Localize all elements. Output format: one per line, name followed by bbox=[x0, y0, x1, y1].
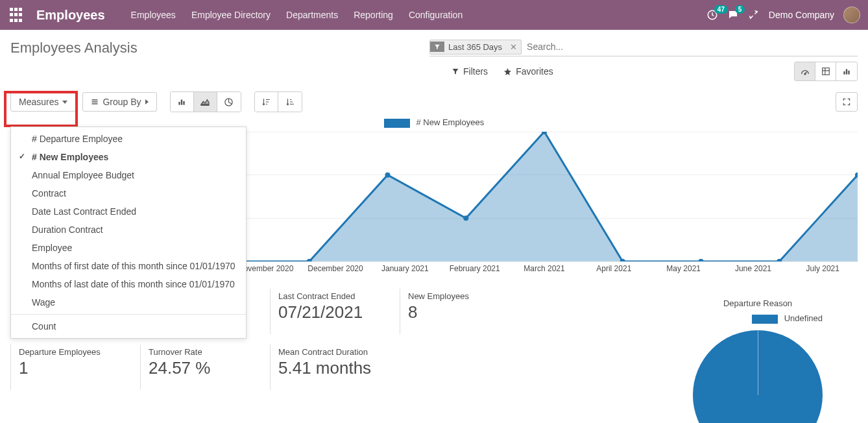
measure-item-annual-budget[interactable]: Annual Employee Budget bbox=[11, 166, 246, 184]
bar-chart-icon bbox=[842, 67, 851, 76]
svg-rect-6 bbox=[178, 102, 180, 105]
measure-item-new-employees[interactable]: # New Employees bbox=[11, 148, 246, 166]
favorites-label: Favorites bbox=[516, 66, 553, 77]
groupby-button[interactable]: Group By bbox=[82, 92, 156, 112]
bar-chart-button[interactable] bbox=[171, 92, 194, 112]
search-input[interactable] bbox=[522, 39, 858, 54]
pie-legend-swatch bbox=[752, 315, 778, 324]
dropdown-separator bbox=[11, 314, 246, 315]
svg-point-12 bbox=[385, 172, 390, 177]
measure-item-wage[interactable]: Wage bbox=[11, 293, 246, 311]
activity-button[interactable]: 47 bbox=[706, 9, 718, 21]
svg-rect-2 bbox=[822, 68, 829, 75]
sort-desc-button[interactable] bbox=[255, 92, 278, 112]
x-label: June 2021 bbox=[718, 264, 788, 273]
filters-button[interactable]: Filters bbox=[452, 66, 488, 77]
graph-toolbar: Measures Group By bbox=[0, 86, 868, 117]
measure-item-date-last-contract[interactable]: Date Last Contract Ended bbox=[11, 202, 246, 221]
measure-item-count[interactable]: Count bbox=[11, 317, 246, 335]
search-area: Last 365 Days ✕ bbox=[429, 39, 858, 56]
nav-reporting[interactable]: Reporting bbox=[354, 10, 393, 20]
pie-container: Departure Reason Undefined bbox=[667, 298, 849, 423]
view-dashboard-button[interactable] bbox=[795, 62, 815, 80]
subheader: Employees Analysis Last 365 Days ✕ bbox=[0, 30, 868, 56]
svg-rect-7 bbox=[181, 100, 182, 105]
stat-card: Turnover Rate 24.57 % bbox=[140, 344, 270, 390]
svg-rect-4 bbox=[846, 69, 847, 75]
line-chart-button[interactable] bbox=[194, 92, 217, 112]
view-switcher bbox=[794, 62, 858, 81]
svg-point-13 bbox=[463, 215, 468, 221]
view-pivot-button[interactable] bbox=[815, 62, 836, 80]
nav-items: Employees Employee Directory Departments… bbox=[131, 10, 463, 20]
expand-icon bbox=[842, 97, 851, 106]
chart-type-group bbox=[170, 91, 241, 112]
x-label: April 2021 bbox=[579, 264, 649, 273]
stat-value: 5.41 months bbox=[278, 358, 411, 378]
stat-label: Last Contract Ended bbox=[278, 291, 385, 301]
stat-value: 8 bbox=[408, 302, 515, 322]
apps-icon[interactable] bbox=[8, 7, 23, 23]
x-label: May 2021 bbox=[649, 264, 718, 273]
measure-item-contract[interactable]: Contract bbox=[11, 184, 246, 202]
nav-employee-directory[interactable]: Employee Directory bbox=[191, 10, 271, 20]
measure-item-months-first[interactable]: Months of first date of this month since… bbox=[11, 257, 246, 275]
activity-badge: 47 bbox=[714, 5, 728, 14]
page-title: Employees Analysis bbox=[10, 40, 138, 56]
stat-value: 1 bbox=[19, 358, 126, 378]
company-name[interactable]: Demo Company bbox=[769, 10, 834, 20]
filter-chip[interactable]: Last 365 Days ✕ bbox=[429, 40, 522, 54]
stat-label: Mean Contract Duration bbox=[278, 347, 411, 357]
view-graph-button[interactable] bbox=[836, 62, 857, 80]
settings-icon[interactable] bbox=[748, 9, 760, 21]
messages-button[interactable]: 5 bbox=[727, 9, 739, 21]
x-label: February 2021 bbox=[440, 264, 509, 273]
app-brand: Employees bbox=[36, 8, 105, 23]
funnel-icon bbox=[430, 42, 444, 52]
sort-group bbox=[254, 91, 302, 112]
bar-chart-icon bbox=[176, 97, 187, 106]
pie-chart-button[interactable] bbox=[217, 92, 241, 112]
nav-departments[interactable]: Departments bbox=[286, 10, 338, 20]
measures-dropdown: # Departure Employee # New Employees Ann… bbox=[10, 127, 247, 339]
pie-chart bbox=[693, 330, 823, 423]
avatar[interactable] bbox=[843, 6, 860, 23]
gauge-icon bbox=[800, 66, 810, 77]
nav-configuration[interactable]: Configuration bbox=[409, 10, 463, 20]
measures-label: Measures bbox=[19, 97, 58, 107]
top-navbar: Employees Employees Employee Directory D… bbox=[0, 0, 868, 30]
stat-card: Mean Contract Duration 5.41 months bbox=[270, 344, 426, 390]
favorites-button[interactable]: Favorites bbox=[503, 66, 553, 77]
caret-down-icon bbox=[62, 101, 67, 104]
x-label: January 2021 bbox=[370, 264, 440, 273]
stat-value: 24.57 % bbox=[149, 358, 256, 378]
area-chart-icon bbox=[200, 97, 210, 106]
measure-item-departure-employee[interactable]: # Departure Employee bbox=[11, 130, 246, 148]
groupby-label: Group By bbox=[102, 97, 141, 107]
svg-rect-3 bbox=[843, 71, 845, 75]
messages-badge: 5 bbox=[735, 5, 745, 14]
funnel-icon bbox=[452, 67, 459, 75]
x-label: March 2021 bbox=[509, 264, 579, 273]
list-icon bbox=[91, 99, 99, 105]
legend-swatch bbox=[384, 119, 410, 128]
stat-label: New Employees bbox=[408, 291, 515, 301]
stat-value: 07/21/2021 bbox=[278, 302, 385, 322]
sort-asc-button[interactable] bbox=[278, 92, 302, 112]
measures-button[interactable]: Measures bbox=[10, 92, 76, 112]
measure-item-duration-contract[interactable]: Duration Contract bbox=[11, 221, 246, 239]
x-axis-labels: November 2020 December 2020 January 2021… bbox=[231, 261, 858, 273]
filter-chip-close[interactable]: ✕ bbox=[506, 40, 521, 54]
pie-chart-icon bbox=[224, 97, 234, 107]
pie-title: Departure Reason bbox=[667, 298, 849, 308]
filter-row: Filters Favorites bbox=[0, 56, 868, 86]
filters-label: Filters bbox=[463, 66, 488, 77]
table-icon bbox=[821, 67, 830, 76]
measure-item-months-last[interactable]: Months of last date of this month since … bbox=[11, 275, 246, 293]
measure-item-employee[interactable]: Employee bbox=[11, 239, 246, 257]
stat-card: Last Contract Ended 07/21/2021 bbox=[270, 289, 400, 334]
pie-legend: Undefined bbox=[667, 313, 849, 324]
nav-employees[interactable]: Employees bbox=[131, 10, 176, 20]
fullscreen-button[interactable] bbox=[836, 92, 858, 112]
topbar-right: 47 5 Demo Company bbox=[706, 6, 860, 23]
